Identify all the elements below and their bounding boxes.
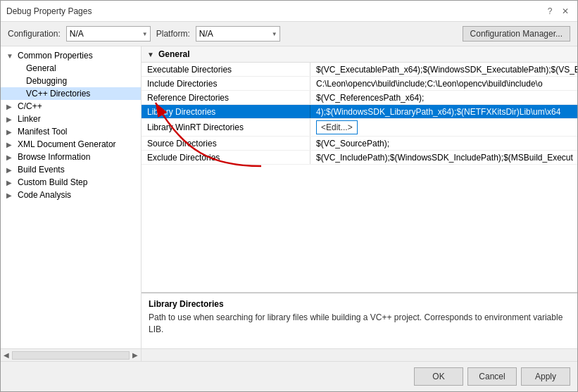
props-table: Executable Directories $(VC_ExecutablePa… [142,63,577,292]
tree-label-c-cpp: C/C++ [18,101,42,111]
tree-item-debugging[interactable]: Debugging [1,75,141,87]
tree-label-custom-build: Custom Build Step [18,177,87,187]
props-section-header: ▼ General [142,46,577,63]
apply-button[interactable]: Apply [521,367,570,386]
bottom-bar: OK Cancel Apply [1,361,577,391]
tree-item-xml-document[interactable]: ▶ XML Document Generator [1,138,141,151]
help-button[interactable]: ? [544,5,556,18]
toggle-common-properties: ▼ [6,52,15,60]
tree-label-browse-info: Browse Information [18,152,90,162]
prop-name-library-dirs: Library Directories [142,105,310,118]
edit-dropdown[interactable]: <Edit...> [316,120,358,134]
tree-item-code-analysis[interactable]: ▶ Code Analysis [1,189,141,201]
tree-label-vc-directories: VC++ Directories [26,89,90,99]
tree-item-general[interactable]: General [1,62,141,75]
tree-label-common-properties: Common Properties [18,51,93,61]
description-text: Path to use when searching for library f… [149,312,570,336]
toggle-manifest-tool: ▶ [6,128,15,136]
prop-name-library-winrt-dirs: Library WinRT Directories [142,119,310,136]
debug-property-pages-dialog: Debug Property Pages ? ✕ Configuration: … [0,0,578,392]
tree-label-xml-document: XML Document Generator [18,139,116,149]
tree-label-build-events: Build Events [18,165,65,175]
title-controls: ? ✕ [544,5,572,18]
description-title: Library Directories [149,299,570,309]
title-bar-left: Debug Property Pages [6,6,92,16]
title-bar: Debug Property Pages ? ✕ [1,1,577,22]
toggle-browse-info: ▶ [6,153,15,161]
tree-item-c-cpp[interactable]: ▶ C/C++ [1,100,141,113]
prop-name-source-dirs: Source Directories [142,137,310,150]
table-row[interactable]: Reference Directories $(VC_ReferencesPat… [142,91,577,105]
prop-value-source-dirs: $(VC_SourcePath); [310,137,577,150]
tree-item-custom-build[interactable]: ▶ Custom Build Step [1,176,141,189]
table-row[interactable]: Include Directories C:\Leon\opencv\build… [142,77,577,91]
cancel-button[interactable]: Cancel [467,367,517,386]
platform-label: Platform: [156,29,190,39]
left-panel: ▼ Common Properties General Debugging VC… [1,46,142,348]
toggle-custom-build: ▶ [6,179,15,186]
tree-item-linker[interactable]: ▶ Linker [1,113,141,125]
right-spacer [142,349,577,361]
table-row[interactable]: Executable Directories $(VC_ExecutablePa… [142,63,577,77]
table-row[interactable]: Source Directories $(VC_SourcePath); [142,137,577,151]
tree-item-browse-info[interactable]: ▶ Browse Information [1,151,141,163]
tree-label-code-analysis: Code Analysis [18,190,71,200]
left-scrollbar-area: ◀ ▶ [1,348,577,361]
platform-select[interactable]: N/A [196,26,280,42]
dialog-title: Debug Property Pages [6,6,92,16]
prop-name-executable-dirs: Executable Directories [142,63,310,76]
table-row-selected[interactable]: Library Directories 4);$(WindowsSDK_Libr… [142,105,577,119]
scrollbar-track[interactable] [12,351,130,360]
tree-item-common-properties[interactable]: ▼ Common Properties [1,49,141,62]
right-panel: ▼ General Executable Directories $(VC_Ex… [142,46,577,348]
scroll-right-button[interactable]: ▶ [131,351,139,359]
tree-item-manifest-tool[interactable]: ▶ Manifest Tool [1,125,141,138]
tree-item-vc-directories[interactable]: VC++ Directories [1,87,141,100]
config-select[interactable]: N/A [66,26,151,42]
prop-value-library-winrt-dirs: <Edit...> [310,119,577,136]
prop-value-exclude-dirs: $(VC_IncludePath);$(WindowsSDK_IncludePa… [310,151,577,164]
config-label: Configuration: [8,29,61,39]
prop-value-executable-dirs: $(VC_ExecutablePath_x64);$(WindowsSDK_Ex… [310,63,577,76]
platform-select-wrapper: N/A [196,26,280,42]
tree-label-manifest-tool: Manifest Tool [18,127,67,137]
prop-name-include-dirs: Include Directories [142,77,310,90]
tree-item-build-events[interactable]: ▶ Build Events [1,163,141,176]
config-row: Configuration: N/A Platform: N/A Configu… [1,22,577,46]
prop-value-library-dirs: 4);$(WindowsSDK_LibraryPath_x64);$(NETFX… [310,105,577,118]
left-panel-scrollbar: ◀ ▶ [1,349,142,361]
tree-label-linker: Linker [18,114,41,124]
tree-label-debugging: Debugging [26,76,67,86]
scroll-left-button[interactable]: ◀ [2,351,11,359]
table-row[interactable]: Library WinRT Directories <Edit...> [142,119,577,137]
description-area: Library Directories Path to use when sea… [142,292,577,348]
toggle-c-cpp: ▶ [6,103,15,110]
toggle-linker: ▶ [6,115,15,123]
ok-button[interactable]: OK [414,367,463,386]
toggle-code-analysis: ▶ [6,191,15,199]
prop-value-include-dirs: C:\Leon\opencv\build\include;C:\Leon\ope… [310,77,577,90]
toggle-xml-document: ▶ [6,141,15,148]
main-content: ▼ Common Properties General Debugging VC… [1,46,577,348]
props-section-title: General [158,49,190,59]
prop-name-exclude-dirs: Exclude Directories [142,151,310,164]
props-toggle-icon: ▼ [147,51,154,58]
table-row[interactable]: Exclude Directories $(VC_IncludePath);$(… [142,151,577,165]
close-button[interactable]: ✕ [559,5,572,18]
toggle-build-events: ▶ [6,166,15,174]
prop-name-reference-dirs: Reference Directories [142,91,310,104]
prop-value-reference-dirs: $(VC_ReferencesPath_x64); [310,91,577,104]
properties-area: ▼ General Executable Directories $(VC_Ex… [142,46,577,292]
tree-label-general: General [26,63,56,73]
config-manager-button[interactable]: Configuration Manager... [463,26,570,42]
right-panel-wrapper: ▼ General Executable Directories $(VC_Ex… [142,46,577,348]
config-select-wrapper: N/A [66,26,151,42]
